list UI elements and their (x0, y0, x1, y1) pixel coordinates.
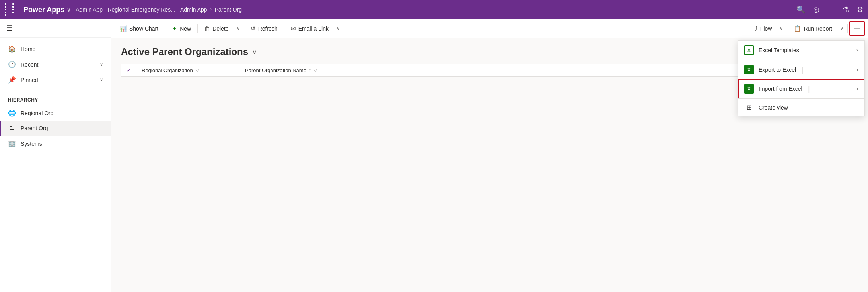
parent-org-sort-icon[interactable]: ↑ (309, 67, 311, 73)
toolbar-divider-5 (344, 24, 344, 33)
export-excel-chevron-icon: › (856, 67, 858, 73)
more-options-label: ··· (854, 24, 860, 33)
select-all-check[interactable]: ✓ (127, 67, 131, 73)
run-report-button[interactable]: 📋 Run Report (789, 23, 837, 35)
toolbar-divider-2 (197, 24, 198, 33)
delete-dropdown-button[interactable]: ∨ (234, 24, 242, 33)
apps-grid-icon[interactable] (5, 3, 19, 16)
table-check-col: ✓ (121, 67, 137, 73)
table-col-parent-org-name: Parent Organization Name ↑ ▽ (240, 67, 811, 73)
email-link-button[interactable]: ✉ Email a Link (286, 23, 333, 35)
import-divider: | (808, 84, 810, 94)
more-options-dropdown: X Excel Templates › X Export to Excel | … (738, 40, 865, 116)
excel-templates-label: Excel Templates (759, 47, 799, 53)
regional-org-label: Regional Org (21, 110, 54, 116)
delete-chevron-icon: ∨ (237, 26, 240, 31)
parent-org-icon: 🗂 (8, 125, 16, 132)
filter-icon[interactable]: ⚗ (843, 5, 849, 14)
dropdown-export-to-excel[interactable]: X Export to Excel | › (738, 60, 864, 79)
copilot-icon[interactable]: ◎ (813, 5, 819, 14)
delete-label: Delete (212, 25, 228, 32)
systems-label: Systems (21, 141, 42, 147)
toolbar-right: ⤴ Flow ∨ 📋 Run Report ∨ ··· (750, 21, 865, 36)
sidebar-item-systems[interactable]: 🏢 Systems (0, 136, 111, 151)
app-name: Admin App - Regional Emergency Res... (76, 6, 175, 13)
flow-button[interactable]: ⤴ Flow (750, 23, 777, 34)
add-icon[interactable]: ＋ (827, 5, 835, 14)
sidebar-item-home-label: Home (21, 46, 35, 52)
recent-chevron-icon: ∨ (100, 62, 103, 67)
parent-org-filter-icon[interactable]: ▽ (313, 67, 317, 73)
toolbar-divider-1 (165, 24, 165, 33)
import-from-excel-label: Import from Excel (759, 86, 802, 92)
sidebar-item-recent[interactable]: 🕐 Recent ∨ (0, 57, 111, 72)
pinned-chevron-icon: ∨ (100, 77, 103, 82)
sidebar-item-home[interactable]: 🏠 Home (0, 41, 111, 57)
create-view-label: Create view (759, 104, 788, 111)
logo-chevron: ∨ (67, 7, 71, 13)
refresh-icon: ↺ (251, 25, 256, 32)
dropdown-excel-templates[interactable]: X Excel Templates › (738, 41, 864, 60)
email-link-label: Email a Link (298, 25, 329, 32)
new-plus-icon: ＋ (171, 25, 177, 32)
sidebar-nav: 🏠 Home 🕐 Recent ∨ 📌 Pinned ∨ (0, 38, 111, 91)
sidebar-item-pinned-label: Pinned (21, 77, 38, 83)
page-title-chevron-icon[interactable]: ∨ (252, 48, 257, 56)
flow-dropdown-button[interactable]: ∨ (777, 24, 785, 33)
refresh-label: Refresh (258, 25, 278, 32)
flow-chevron-icon: ∨ (780, 26, 783, 31)
refresh-button[interactable]: ↺ Refresh (246, 23, 282, 35)
flow-label: Flow (760, 25, 772, 32)
sidebar-item-pinned[interactable]: 📌 Pinned ∨ (0, 72, 111, 88)
hamburger-icon[interactable]: ☰ (6, 24, 13, 33)
excel-templates-icon: X (744, 45, 754, 55)
run-report-dropdown-button[interactable]: ∨ (838, 24, 846, 33)
logo-text: Power Apps (23, 6, 64, 14)
breadcrumb-sep: > (210, 7, 212, 12)
create-view-icon: ⊞ (744, 104, 754, 111)
sidebar-item-regional-org[interactable]: 🌐 Regional Org (0, 105, 111, 121)
export-divider: | (802, 65, 804, 74)
toolbar-divider-4 (284, 24, 284, 33)
import-excel-chevron-icon: › (856, 86, 858, 92)
email-dropdown-button[interactable]: ∨ (334, 24, 342, 33)
toolbar-divider-6 (787, 24, 787, 33)
power-apps-logo[interactable]: Power Apps ∨ (23, 6, 71, 14)
run-report-chevron-icon: ∨ (840, 26, 843, 31)
flow-icon: ⤴ (755, 25, 758, 32)
dropdown-create-view[interactable]: ⊞ Create view (738, 99, 864, 116)
sidebar-section-hierarchy: Hierarchy (0, 91, 111, 105)
show-chart-button[interactable]: 📊 Show Chart (115, 23, 163, 35)
show-chart-label: Show Chart (129, 25, 158, 32)
dropdown-import-from-excel[interactable]: X Import from Excel | › (738, 79, 864, 98)
sidebar-item-recent-label: Recent (21, 61, 38, 68)
toolbar: 📊 Show Chart ＋ New 🗑 Delete ∨ ↺ Refresh (111, 19, 868, 38)
export-excel-icon: X (744, 65, 754, 74)
chart-icon: 📊 (119, 25, 127, 32)
export-to-excel-label: Export to Excel (759, 67, 796, 73)
regional-org-filter-icon[interactable]: ▽ (195, 67, 199, 73)
run-report-icon: 📋 (794, 25, 801, 32)
settings-icon[interactable]: ⚙ (857, 5, 863, 14)
regional-org-icon: 🌐 (8, 109, 16, 117)
search-icon[interactable]: 🔍 (796, 5, 805, 14)
sidebar-item-parent-org[interactable]: 🗂 Parent Org (0, 121, 111, 136)
toolbar-divider-3 (244, 24, 244, 33)
content-area: 📊 Show Chart ＋ New 🗑 Delete ∨ ↺ Refresh (111, 19, 868, 292)
page-title: Active Parent Organizations (121, 46, 248, 57)
new-label: New (180, 25, 191, 32)
more-options-button[interactable]: ··· (849, 21, 865, 36)
pinned-icon: 📌 (8, 76, 16, 84)
sidebar-top: ☰ (0, 19, 111, 38)
recent-icon: 🕐 (8, 61, 16, 68)
main-layout: ☰ 🏠 Home 🕐 Recent ∨ 📌 Pinned ∨ Hierarchy… (0, 19, 868, 292)
email-chevron-icon: ∨ (337, 26, 340, 31)
breadcrumb: Admin App > Parent Org (180, 6, 242, 13)
table-col-regional-org: Regional Organization ▽ (137, 67, 240, 73)
run-report-label: Run Report (804, 25, 832, 32)
new-button[interactable]: ＋ New (167, 22, 196, 35)
col-parent-org-label: Parent Organization Name (245, 67, 306, 73)
delete-icon: 🗑 (204, 25, 210, 32)
delete-button[interactable]: 🗑 Delete (199, 23, 233, 34)
parent-org-label: Parent Org (21, 125, 48, 131)
